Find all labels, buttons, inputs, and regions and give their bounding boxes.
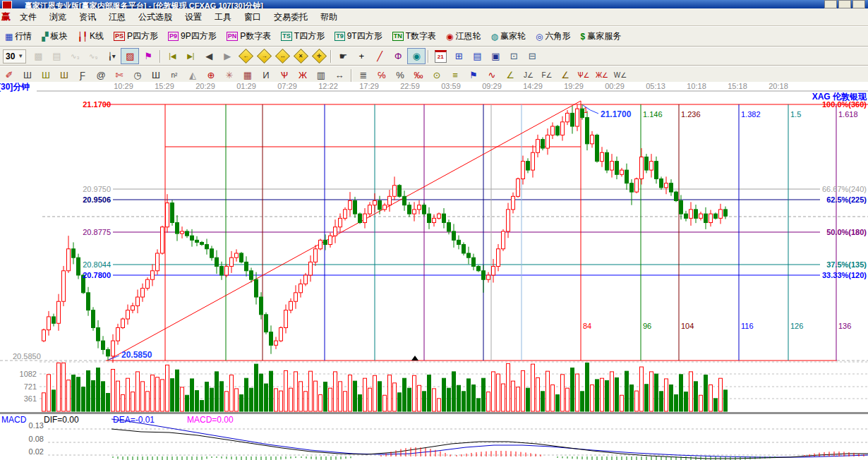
scale-chart-icon[interactable]: ≣ (354, 67, 373, 83)
span-arrow-icon[interactable]: ↔ (330, 67, 349, 83)
volume-bar (230, 375, 234, 411)
sectors-button[interactable]: ▞板块 (37, 28, 72, 44)
save-icon[interactable]: ▣ (486, 48, 505, 64)
gold-circle-icon[interactable]: ⊙ (428, 67, 446, 83)
candle-body (477, 267, 481, 271)
mirror-angle-icon[interactable]: ◭ (183, 67, 202, 83)
hexagon-button[interactable]: ◎六角形 (531, 28, 575, 44)
candle-body (363, 214, 367, 222)
f-angle-icon[interactable]: F∠ (538, 67, 556, 83)
winner-wheel-button[interactable]: ◍赢家轮 (486, 28, 531, 44)
gold-comb2-icon[interactable]: Ш (55, 67, 73, 83)
f-comb-icon[interactable]: Ƒ (73, 67, 92, 83)
time-comb-icon[interactable]: Ш (18, 67, 37, 83)
gold-comb-icon[interactable]: Ш (37, 67, 55, 83)
chart-area[interactable]: 10:2915:2920:2901:2907:2912:2217:2922:59… (0, 82, 868, 460)
pattern-tool-icon[interactable]: ▨ (121, 48, 139, 64)
peak-flag-icon[interactable]: ⚑ (139, 48, 157, 64)
marker-triangle-icon (411, 356, 418, 361)
next-bar-icon[interactable]: ▶ (218, 48, 236, 64)
gold-angle2-icon[interactable]: ∠ (556, 67, 574, 83)
n-square-icon[interactable]: n² (165, 67, 183, 83)
menu-item-8[interactable]: 交易委托 (267, 9, 314, 25)
win-angle-icon[interactable]: Ж∠ (593, 67, 611, 83)
circle-target-icon[interactable]: ⊕ (202, 67, 220, 83)
clock-cycle-icon[interactable]: ◷ (128, 67, 147, 83)
wave3-icon[interactable]: ∿₃ (66, 48, 84, 64)
crosshair-icon[interactable]: + (352, 48, 370, 64)
expand-icon[interactable]: ✛ (310, 48, 328, 64)
main-chart[interactable]: 10:2915:2920:2901:2907:2912:2217:2922:59… (0, 82, 868, 460)
quotes-button[interactable]: ▦行情 (0, 28, 37, 44)
pan-hand-icon[interactable]: ☛ (334, 48, 352, 64)
pct-strike-icon[interactable]: ℅ (373, 67, 391, 83)
menu-item-6[interactable]: 工具 (208, 9, 238, 25)
menu-item-1[interactable]: 浏览 (43, 9, 73, 25)
j-angle-icon[interactable]: J∠ (519, 67, 538, 83)
last-bar-icon[interactable]: ▶| (181, 48, 200, 64)
volume-bar (126, 378, 130, 411)
first-bar-icon[interactable]: |◀ (163, 48, 181, 64)
zoom-x-icon[interactable]: ✕ (291, 48, 310, 64)
p-number-button[interactable]: PNP数字表 (222, 28, 277, 44)
flag-knife-icon[interactable]: ⚑ (464, 67, 483, 83)
time-axis-label: 12:22 (318, 82, 338, 90)
notes-icon[interactable]: ▤ (468, 48, 486, 64)
gann-wheel-button[interactable]: ◉江恩轮 (441, 28, 486, 44)
knife2-icon[interactable]: ✄ (110, 67, 128, 83)
t-square-button[interactable]: TST四方形 (276, 28, 330, 44)
p-square-button[interactable]: PSP四方形 (109, 28, 163, 44)
fib-ratio-label: 1.146 (643, 110, 663, 119)
star-web-icon[interactable]: ✳ (220, 67, 239, 83)
prev-bar-icon[interactable]: ◀ (200, 48, 218, 64)
candle-body (502, 231, 505, 249)
menu-item-2[interactable]: 资讯 (73, 9, 102, 25)
report-icon[interactable]: ▤ (47, 48, 66, 64)
trendline-tool-icon[interactable]: ╱ (370, 48, 389, 64)
percent-icon[interactable]: % (391, 67, 409, 83)
menu-item-3[interactable]: 江恩 (102, 9, 132, 25)
shift-both-icon[interactable]: ↔ (273, 48, 291, 64)
volume-bar (136, 372, 140, 411)
shen-angle-icon[interactable]: Ѱ∠ (574, 67, 593, 83)
comb2-icon[interactable]: Ш (147, 67, 165, 83)
remote-data-icon[interactable]: ⊡ (505, 48, 523, 64)
candle-body (694, 210, 698, 218)
si-angle-icon[interactable]: W∠ (611, 67, 629, 83)
pen-knife-icon[interactable]: ✐ (0, 67, 18, 83)
t9-square-button[interactable]: T99T四方形 (330, 28, 387, 44)
calendar-icon[interactable]: 21 (431, 48, 450, 64)
volume-bar (675, 394, 678, 411)
screener-icon[interactable]: ▩ (29, 48, 47, 64)
candle-style-icon[interactable]: ╽▾ (102, 48, 121, 64)
shift-left-icon[interactable]: ← (236, 48, 255, 64)
wave-line-icon[interactable]: ∿ (483, 67, 501, 83)
period-select[interactable]: 30 ▼ (3, 49, 26, 63)
calculator-icon[interactable]: ⊞ (450, 48, 468, 64)
wave-mark-icon[interactable]: И (257, 67, 275, 83)
menu-item-5[interactable]: 设置 (179, 9, 208, 25)
menu-item-0[interactable]: 文件 (13, 9, 43, 25)
candle-body (724, 210, 728, 216)
win-comb-icon[interactable]: Ж (294, 67, 312, 83)
shen-comb-icon[interactable]: Ѱ (275, 67, 294, 83)
winner-service-button[interactable]: $赢家服务 (576, 28, 627, 44)
user-pc-icon[interactable]: ⊟ (523, 48, 541, 64)
p9-square-button[interactable]: P99P四方形 (163, 28, 222, 44)
menu-item-7[interactable]: 窗口 (238, 9, 267, 25)
menu-item-4[interactable]: 公式选股 (132, 9, 179, 25)
shift-right-icon[interactable]: → (255, 48, 273, 64)
kline-button[interactable]: ╽╿K线 (73, 28, 109, 44)
grid-web-icon[interactable]: ▦ (239, 67, 257, 83)
menu-item-9[interactable]: 帮助 (314, 9, 344, 25)
gann-mid-icon[interactable]: Φ (389, 48, 407, 64)
gold-angle-icon[interactable]: ∠ (501, 67, 519, 83)
ruler-comb-icon[interactable]: ▥ (312, 67, 330, 83)
wave9-icon[interactable]: ∿₉ (84, 48, 102, 64)
pct-gold-icon[interactable]: ‰ (409, 67, 428, 83)
gold-lines-icon[interactable]: ≡ (446, 67, 464, 83)
window-controls[interactable] (824, 0, 865, 8)
t-number-button[interactable]: TNT数字表 (387, 28, 441, 44)
spiral-icon[interactable]: @ (92, 67, 110, 83)
smart-analysis-icon[interactable]: ◉ (407, 48, 426, 64)
